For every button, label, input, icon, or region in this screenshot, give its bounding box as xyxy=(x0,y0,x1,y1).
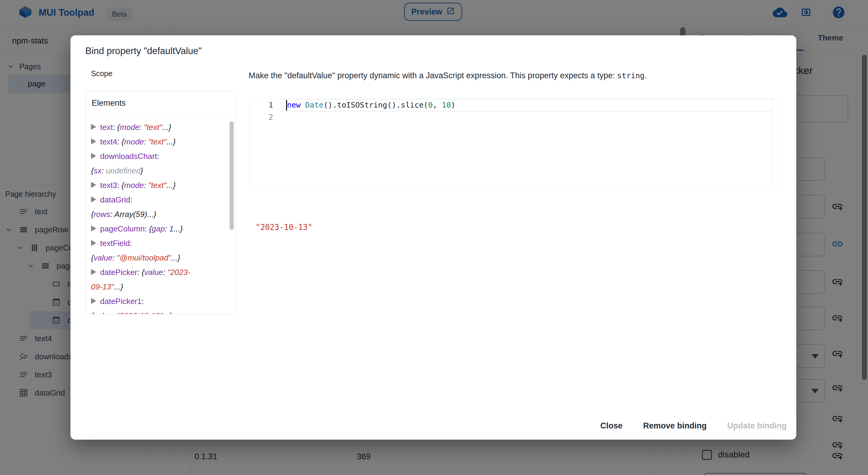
close-button[interactable]: Close xyxy=(600,421,623,431)
scope-tree-line[interactable]: {value: "2023-10-13"...} xyxy=(91,308,228,314)
description-type: string xyxy=(617,71,645,80)
scope-tree-line[interactable]: {value: "@mui/toolpad"...} xyxy=(91,250,228,265)
description-text: . xyxy=(645,71,647,80)
scope-tree-line[interactable]: pageColumn: {gap: 1...} xyxy=(91,222,228,236)
expand-arrow-icon[interactable] xyxy=(91,124,96,130)
js-expression-editor[interactable]: 1 2 new Date().toISOString().slice(0, 10… xyxy=(249,98,782,190)
expand-arrow-icon[interactable] xyxy=(91,196,96,202)
expand-arrow-icon[interactable] xyxy=(91,182,96,188)
elements-scrollbar[interactable] xyxy=(229,121,234,230)
scope-tree-line[interactable]: textField: xyxy=(91,236,228,250)
scope-elements-list: text: {mode: "text"...}text4: {mode: "te… xyxy=(86,115,228,314)
editor-line-number: 1 xyxy=(249,101,273,109)
bind-property-dialog: Bind property "defaultValue" Scope Eleme… xyxy=(70,35,796,440)
scope-tree-line[interactable]: text4: {mode: "text"...} xyxy=(91,134,228,149)
expand-arrow-icon[interactable] xyxy=(91,153,96,159)
remove-binding-button[interactable]: Remove binding xyxy=(643,421,707,431)
dialog-description: Make the "defaultValue" property dynamic… xyxy=(249,71,647,80)
toolpad-app: MUI Toolpad Beta Preview npm-stats xyxy=(0,0,868,475)
elements-header: Elements xyxy=(86,92,235,115)
dialog-title: Bind property "defaultValue" xyxy=(85,46,202,57)
scope-tree-line[interactable]: text3: {mode: "text"...} xyxy=(91,178,228,193)
scope-tree-line[interactable]: dataGrid: xyxy=(91,193,228,207)
expression-result-preview: "2023-10-13" xyxy=(255,223,312,232)
scope-tree-line[interactable]: 09-13"...} xyxy=(91,279,228,294)
scope-tree-line[interactable]: datePicker1: xyxy=(91,294,228,308)
scope-tree-line[interactable]: {sx: undefined} xyxy=(91,164,228,178)
scope-label: Scope xyxy=(91,69,113,78)
editor-code-line: new Date().toISOString().slice(0, 10) xyxy=(287,101,456,109)
scope-tree-line[interactable]: {rows: Array(59)...} xyxy=(91,207,228,222)
expand-arrow-icon[interactable] xyxy=(91,240,96,246)
scope-tree-line[interactable]: text: {mode: "text"...} xyxy=(91,120,228,134)
expand-arrow-icon[interactable] xyxy=(91,298,96,304)
editor-line-number: 2 xyxy=(249,113,273,122)
description-text: Make the "defaultValue" property dynamic… xyxy=(249,71,617,80)
expand-arrow-icon[interactable] xyxy=(91,226,96,232)
dialog-actions: Close Remove binding Update binding xyxy=(600,417,787,435)
scope-elements-box: Elements text: {mode: "text"...}text4: {… xyxy=(85,91,236,314)
scope-tree-line[interactable]: downloadsChart: xyxy=(91,149,228,164)
expand-arrow-icon[interactable] xyxy=(91,269,96,275)
update-binding-button[interactable]: Update binding xyxy=(727,421,787,431)
editor-minimap-divider xyxy=(773,99,773,190)
expand-arrow-icon[interactable] xyxy=(91,138,96,144)
scope-tree-line[interactable]: datePicker: {value: "2023- xyxy=(91,265,228,279)
